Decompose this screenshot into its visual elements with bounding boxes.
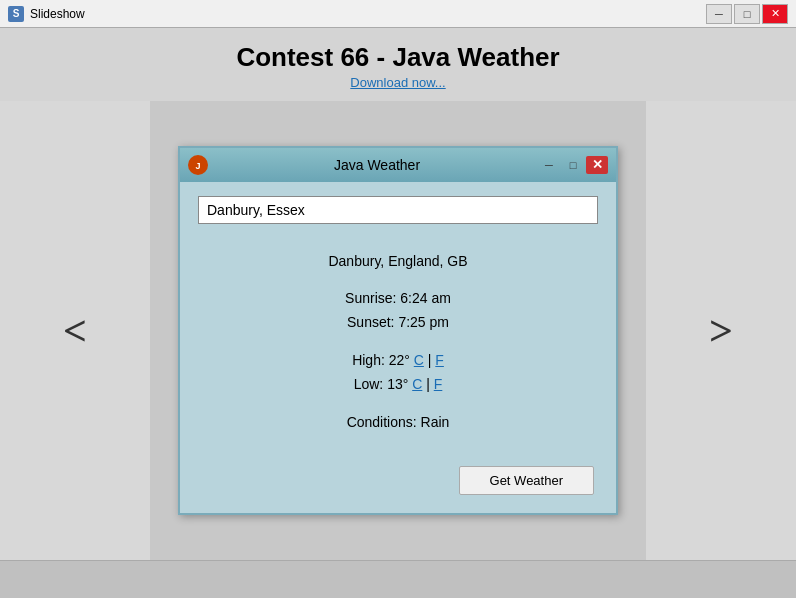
window-title-bar: S Slideshow ─ □ ✕ [0,0,796,28]
app-title: Slideshow [30,7,706,21]
java-window-title: Java Weather [216,157,538,173]
search-row [198,196,598,224]
high-temp-row: High: 22° C | F [198,349,598,373]
high-temp-label: High: 22° [352,352,414,368]
temperature-info: High: 22° C | F Low: 13° C | F [198,349,598,397]
high-celsius-link[interactable]: C [414,352,424,368]
window-controls: ─ □ ✕ [706,4,788,24]
java-weather-window: J Java Weather ─ □ ✕ Danbury, England, G… [178,146,618,516]
download-link[interactable]: Download now... [350,75,445,90]
main-content: < > J Java Weather ─ □ ✕ [0,101,796,560]
low-fahrenheit-link[interactable]: F [434,376,443,392]
close-button[interactable]: ✕ [762,4,788,24]
app-header: Contest 66 - Java Weather Download now..… [0,28,796,101]
java-maximize-button[interactable]: □ [562,156,584,174]
minimize-button[interactable]: ─ [706,4,732,24]
get-weather-button[interactable]: Get Weather [459,466,594,495]
java-close-button[interactable]: ✕ [586,156,608,174]
sunset-text: Sunset: 7:25 pm [198,311,598,335]
app-icon: S [8,6,24,22]
low-separator: | [422,376,433,392]
high-fahrenheit-link[interactable]: F [435,352,444,368]
svg-text:J: J [195,161,200,171]
maximize-button[interactable]: □ [734,4,760,24]
java-window-controls: ─ □ ✕ [538,156,608,174]
high-separator: | [424,352,435,368]
low-temp-label: Low: 13° [354,376,413,392]
conditions-text: Conditions: Rain [198,411,598,435]
weather-info: Danbury, England, GB Sunrise: 6:24 am Su… [198,240,598,451]
sunrise-text: Sunrise: 6:24 am [198,287,598,311]
java-window-body: Danbury, England, GB Sunrise: 6:24 am Su… [180,182,616,514]
low-temp-row: Low: 13° C | F [198,373,598,397]
sun-times: Sunrise: 6:24 am Sunset: 7:25 pm [198,287,598,335]
left-arrow-icon: < [63,307,87,355]
next-button[interactable]: > [646,101,796,560]
bottom-bar [0,560,796,598]
java-window-title-bar: J Java Weather ─ □ ✕ [180,148,616,182]
java-minimize-button[interactable]: ─ [538,156,560,174]
location-search-input[interactable] [198,196,598,224]
location-display: Danbury, England, GB [198,250,598,274]
page-title: Contest 66 - Java Weather [0,42,796,73]
low-celsius-link[interactable]: C [412,376,422,392]
java-app-icon: J [188,155,208,175]
button-row: Get Weather [198,466,598,495]
right-arrow-icon: > [709,307,733,355]
prev-button[interactable]: < [0,101,150,560]
